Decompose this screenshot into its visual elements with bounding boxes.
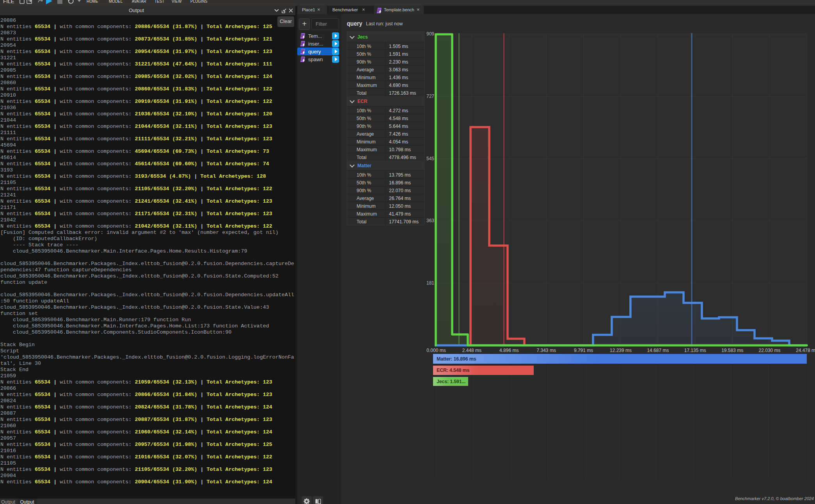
svg-text:2.448 ms: 2.448 ms (462, 348, 481, 353)
svg-text:0.000 ms: 0.000 ms (426, 348, 446, 353)
svg-text:7.343 ms: 7.343 ms (537, 348, 556, 353)
svg-text:4.896 ms: 4.896 ms (499, 348, 518, 353)
svg-text:9.791 ms: 9.791 ms (574, 348, 593, 353)
svg-text:363: 363 (426, 218, 434, 223)
svg-text:22.030 ms: 22.030 ms (759, 348, 781, 353)
svg-text:727: 727 (426, 94, 434, 99)
svg-text:19.583 ms: 19.583 ms (721, 348, 743, 353)
svg-text:545: 545 (426, 156, 434, 161)
svg-text:14.687 ms: 14.687 ms (647, 348, 669, 353)
svg-text:12.239 ms: 12.239 ms (610, 348, 632, 353)
svg-text:17.135 ms: 17.135 ms (684, 348, 706, 353)
svg-text:24.478 ms: 24.478 ms (796, 348, 815, 353)
svg-text:909: 909 (426, 31, 434, 37)
svg-text:181: 181 (426, 280, 434, 286)
